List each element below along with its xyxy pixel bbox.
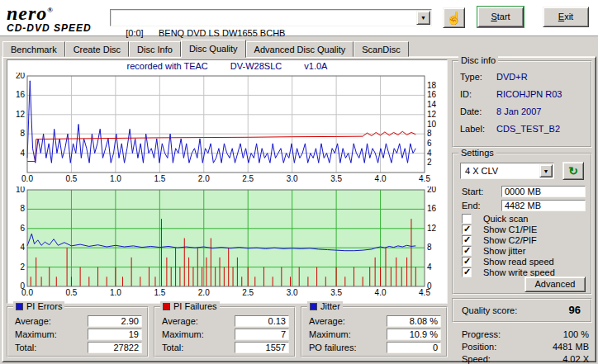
hand-icon: ☝	[446, 11, 462, 25]
checkbox-show-jitter[interactable]: ✓	[462, 246, 472, 256]
svg-text:2.0: 2.0	[198, 288, 210, 297]
scan-speed-dropdown-icon[interactable]: ▼	[539, 164, 553, 177]
progress-value: 100 %	[563, 329, 589, 340]
svg-text:16: 16	[16, 90, 26, 99]
svg-text:12: 12	[427, 110, 437, 119]
jitter-color-swatch	[310, 303, 317, 310]
tab-advanced-disc-quality[interactable]: Advanced Disc Quality	[246, 41, 354, 57]
pi-failures-title: PI Failures	[173, 301, 217, 312]
svg-text:8: 8	[427, 243, 432, 252]
svg-text:8: 8	[427, 129, 432, 138]
disc-info-label: Type:	[460, 72, 482, 83]
stat-label: Maximum:	[309, 329, 351, 341]
stat-label: Average:	[162, 316, 198, 328]
tab-disc-quality[interactable]: Disc Quality	[181, 40, 246, 58]
pi-errors-chart: 0.00.51.01.52.02.53.03.54.04.54812162024…	[7, 73, 447, 185]
drive-select[interactable]: [0:0] BENQ DVD LS DW1655 BCHB ▼	[110, 9, 432, 26]
drive-select-dropdown-icon[interactable]: ▼	[416, 11, 430, 25]
svg-text:10: 10	[16, 187, 26, 194]
disc-info-label: Date:	[460, 106, 482, 118]
stat-box-pi-errors: PI Errors Average: 2.90 Maximum: 19 Tota…	[7, 306, 149, 357]
refresh-icon: ↻	[568, 164, 578, 177]
stat-label: Average:	[15, 316, 51, 328]
checkbox-show-read-speed[interactable]: ✓	[462, 257, 472, 267]
jitter-title: Jitter	[320, 301, 340, 312]
svg-text:3.0: 3.0	[287, 174, 298, 183]
stat-box-jitter: Jitter Average: 8.08 % Maximum: 10.9 % P…	[301, 306, 448, 357]
refresh-button[interactable]: ↻	[562, 162, 584, 180]
disc-info-title: Disc info	[461, 55, 496, 66]
svg-text:0.5: 0.5	[65, 288, 77, 297]
logo-cdspeed: CD-DVD SPEED	[7, 22, 110, 34]
pi-failures-average: 0.13	[235, 315, 289, 327]
progress-label: Progress:	[462, 329, 501, 340]
logo-nero: nero	[7, 2, 47, 24]
svg-text:3.0: 3.0	[287, 288, 298, 297]
position-value: 4481 MB	[553, 342, 589, 352]
stat-label: Maximum:	[15, 329, 57, 341]
pi-errors-average: 2.90	[88, 315, 142, 327]
svg-text:0: 0	[20, 281, 25, 291]
select-tool-button[interactable]: ☝	[443, 7, 465, 28]
svg-text:1.5: 1.5	[154, 288, 165, 297]
quality-score-group: Quality score: 96	[452, 298, 592, 323]
pi-errors-title: PI Errors	[26, 301, 62, 312]
speed-row: Speed: 4.02 X	[458, 354, 591, 364]
svg-text:4: 4	[20, 243, 25, 252]
svg-text:6: 6	[20, 224, 25, 233]
checkbox-show-c1-pie[interactable]: ✓	[462, 225, 472, 234]
quality-score-value: 96	[569, 304, 581, 316]
svg-text:1.0: 1.0	[110, 288, 121, 297]
stat-label: Average:	[309, 316, 345, 328]
disc-type-value: DVD+R	[496, 72, 528, 83]
jitter-maximum: 10.9 %	[387, 329, 441, 340]
stat-label: PO failures:	[309, 343, 356, 354]
svg-text:2.5: 2.5	[242, 174, 254, 183]
speed-value: 4.02 X	[562, 354, 589, 364]
svg-text:4: 4	[427, 149, 432, 158]
checkbox-show-c1-pie-label: Show C1/PIE	[483, 225, 537, 235]
pi-errors-maximum: 19	[88, 329, 142, 340]
jitter-average: 8.08 %	[387, 315, 441, 327]
svg-text:2.5: 2.5	[242, 288, 254, 297]
svg-text:0.5: 0.5	[65, 174, 77, 183]
start-button[interactable]: Start	[477, 7, 524, 27]
checkbox-show-write-speed[interactable]: ✓	[462, 267, 472, 277]
settings-group: Settings 4 X CLV ▼ ↻ Start: 0000 MB End:…	[452, 153, 592, 295]
toolbar: nero® CD-DVD SPEED [0:0] BENQ DVD LS DW1…	[0, 0, 598, 36]
end-position-label: End:	[462, 201, 481, 212]
chart-panel: recorded with TEAC DV-W28SLC v1.0A 0.00.…	[7, 59, 448, 304]
disc-id-value: RICOHJPN R03	[496, 89, 562, 101]
svg-text:2: 2	[20, 262, 25, 272]
checkbox-quick-scan-label: Quick scan	[483, 214, 528, 225]
svg-text:2.0: 2.0	[198, 174, 210, 183]
tab-benchmark[interactable]: Benchmark	[2, 41, 65, 57]
pi-failures-total: 1557	[235, 342, 289, 353]
pi-failures-jitter-chart: 0.00.51.01.52.02.53.03.54.04.50246810048…	[7, 187, 447, 299]
tab-create-disc[interactable]: Create Disc	[65, 41, 129, 57]
svg-text:12: 12	[16, 110, 26, 119]
disc-date-value: 8 Jan 2007	[496, 106, 541, 118]
svg-text:18: 18	[427, 81, 437, 90]
advanced-button[interactable]: Advanced	[524, 277, 586, 292]
checkbox-show-jitter-label: Show jitter	[483, 246, 525, 257]
svg-text:4: 4	[20, 149, 25, 158]
svg-text:6: 6	[427, 139, 432, 148]
exit-button[interactable]: Exit	[543, 7, 589, 27]
scan-speed-select[interactable]: 4 X CLV ▼	[460, 163, 554, 179]
tab-scandisc[interactable]: ScanDisc	[354, 41, 408, 57]
checkbox-show-c2-pif[interactable]: ✓	[462, 235, 472, 245]
pi-errors-color-swatch	[16, 303, 23, 310]
svg-text:16: 16	[427, 90, 437, 99]
svg-text:16: 16	[427, 204, 437, 213]
checkbox-quick-scan[interactable]	[462, 214, 472, 224]
disc-label-value: CDS_TEST_B2	[496, 124, 560, 135]
pi-failures-color-swatch	[163, 303, 170, 310]
position-row: Position: 4481 MB	[458, 342, 591, 352]
svg-text:2: 2	[427, 158, 432, 167]
tab-disc-info[interactable]: Disc Info	[129, 41, 181, 57]
pi-errors-total: 27822	[88, 342, 142, 353]
svg-text:20: 20	[16, 73, 26, 80]
recorded-with-text: recorded with TEAC DV-W28SLC v1.0A	[7, 61, 447, 71]
svg-text:3.5: 3.5	[330, 288, 342, 297]
